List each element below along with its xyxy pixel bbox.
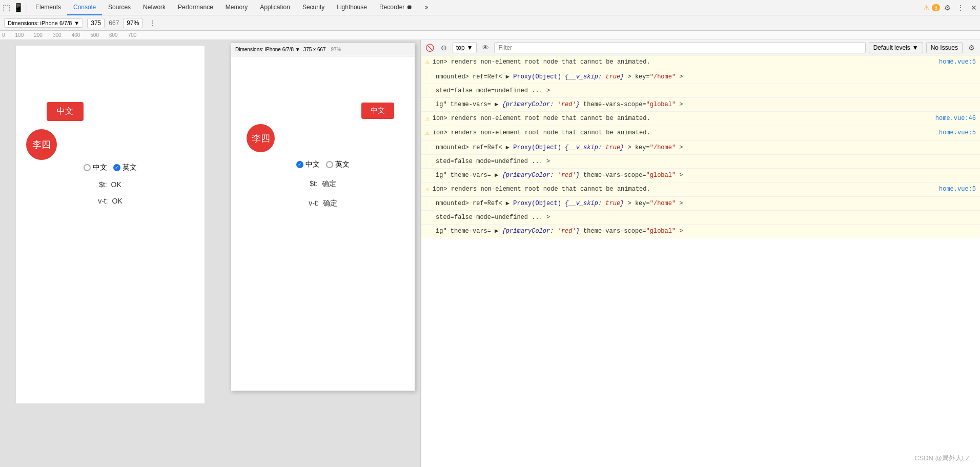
bg-t-line: $t: OK [99, 180, 121, 189]
clear-console-icon[interactable]: 🚫 [424, 42, 435, 53]
console-line-content-5: ion> renders non-element root node that … [433, 114, 931, 123]
filter-input[interactable] [494, 42, 866, 53]
no-issues-button[interactable]: No Issues [926, 42, 963, 53]
bg-radio-group: 中文 英文 [84, 163, 137, 172]
warning-icon-3: ⚠ [425, 128, 430, 138]
overlay-zoom: 97% [331, 47, 341, 52]
device-toggle-icon[interactable]: 📱 [12, 2, 25, 14]
console-link-2a[interactable]: home.vue:46 [935, 114, 976, 123]
zoom-selector[interactable]: 97% [123, 18, 142, 28]
console-line: ig" theme-vars= ▶ {primaryColor: 'red'} … [421, 225, 980, 238]
bg-avatar-container: 李四 [26, 129, 57, 160]
dropdown-arrow: ▼ [74, 20, 79, 26]
default-levels-button[interactable]: Default levels ▼ [869, 42, 923, 53]
settings-icon[interactable]: ⚙ [941, 2, 953, 14]
console-line-content-10: ion> renders non-element root node that … [433, 185, 935, 194]
selector-arrow: ▼ [467, 44, 473, 51]
warning-icon-1: ⚠ [425, 57, 430, 68]
ruler-bar: 0100200300400500600700 [0, 31, 980, 40]
tab-more[interactable]: » [419, 0, 435, 15]
tab-network[interactable]: Network [137, 0, 172, 15]
overlay-radio-chinese[interactable]: 中文 [296, 160, 320, 169]
background-page: 中文 李四 中文 [15, 45, 205, 404]
warning-icon-2: ⚠ [425, 114, 430, 124]
tab-performance[interactable]: Performance [172, 0, 219, 15]
top-label: top [456, 44, 465, 51]
bg-t-value: OK [111, 180, 121, 189]
width-input[interactable]: 375 [87, 18, 105, 28]
console-line: ig" theme-vars= ▶ {primaryColor: 'red'} … [421, 169, 980, 182]
device-name-label: Dimensions: iPhone 6/7/8 [8, 20, 72, 26]
console-link-3[interactable]: home.vue:5 [939, 185, 976, 194]
eye-icon[interactable]: 👁 [480, 42, 491, 53]
top-area-icons: ⚠ 3 ⚙ ⋮ ✕ [923, 2, 980, 14]
dimension-x: 667 [109, 19, 119, 27]
bg-radio-english[interactable]: 英文 [113, 163, 137, 172]
bg-radio-chinese[interactable]: 中文 [84, 163, 107, 172]
overlay-dims: 375 x 667 [303, 47, 326, 52]
console-line: ig" theme-vars= ▶ {primaryColor: 'red'} … [421, 98, 980, 112]
inspect-icon[interactable]: ⬚ [0, 2, 12, 14]
tab-separator [27, 4, 27, 12]
overlay-btn-container: 中文 [361, 103, 394, 119]
filter-icon[interactable]: ⊖ [438, 42, 450, 53]
bg-avatar-text: 李四 [32, 138, 51, 151]
tab-sources[interactable]: Sources [102, 0, 137, 15]
tab-application[interactable]: Application [254, 0, 296, 15]
console-line: nmounted> ref=Ref< ▶ Proxy(Object) {__v_… [421, 70, 980, 84]
close-devtools-icon[interactable]: ✕ [968, 2, 980, 14]
more-device-icon[interactable]: ⋮ [147, 17, 159, 29]
bg-radio-english-circle [113, 164, 120, 171]
console-line: ⚠ ion> renders non-element root node tha… [421, 182, 980, 197]
console-link-2b[interactable]: home.vue:5 [939, 128, 976, 137]
bg-vt-value: OK [112, 197, 122, 205]
console-output: ⚠ ion> renders non-element root node tha… [421, 55, 980, 467]
overlay-chinese-button[interactable]: 中文 [361, 103, 394, 119]
top-context-selector[interactable]: top ▼ [453, 42, 477, 53]
tab-elements[interactable]: Elements [29, 0, 67, 15]
tab-lighthouse[interactable]: Lighthouse [331, 0, 373, 15]
bg-vt-line: v-t: OK [98, 197, 122, 205]
overlay-t-line: $t: 确定 [310, 179, 336, 189]
bg-widgets: 中文 李四 中文 [26, 102, 194, 205]
overlay-vt-line: v-t: 确定 [309, 199, 337, 208]
overlay-t-label: $t: [310, 179, 318, 188]
tab-security[interactable]: Security [296, 0, 331, 15]
console-line-content-4: ig" theme-vars= ▶ {primaryColor: 'red'} … [436, 100, 976, 109]
watermark: CSDN @局外人LZ [914, 454, 970, 463]
console-line: sted=false mode=undefined ... > [421, 84, 980, 98]
console-line: sted=false mode=undefined ... > [421, 155, 980, 169]
console-line: ⚠ ion> renders non-element root node tha… [421, 55, 980, 70]
console-line: sted=false mode=undefined ... > [421, 211, 980, 225]
console-settings-icon[interactable]: ⚙ [966, 42, 977, 53]
bg-page-content: 中文 李四 中文 [16, 46, 205, 220]
overlay-radio-english[interactable]: 英文 [326, 160, 350, 169]
more-vert-icon[interactable]: ⋮ [954, 2, 967, 14]
main-area: 中文 李四 中文 [0, 40, 980, 467]
tab-console[interactable]: Console [67, 0, 102, 15]
overlay-page: Dimensions: iPhone 6/7/8 ▼ 375 x 667 97%… [231, 43, 415, 391]
warning-badge[interactable]: 3 [932, 4, 940, 11]
bg-chinese-button[interactable]: 中文 [47, 102, 84, 121]
device-selector[interactable]: Dimensions: iPhone 6/7/8 ▼ [4, 18, 83, 28]
console-line-content-1: ion> renders non-element root node that … [433, 57, 935, 67]
bg-vt-label: v-t: [98, 197, 108, 205]
overlay-device-bar: Dimensions: iPhone 6/7/8 ▼ 375 x 667 97% [231, 43, 415, 56]
overlay-radio-group: 中文 英文 [296, 160, 350, 169]
console-line-content-8: sted=false mode=undefined ... > [436, 157, 976, 166]
overlay-device-name: Dimensions: iPhone 6/7/8 ▼ [235, 47, 300, 52]
tab-recorder[interactable]: Recorder ⏺ [373, 0, 419, 15]
console-line-content-11: nmounted> ref=Ref< ▶ Proxy(Object) {__v_… [436, 199, 976, 208]
tab-memory[interactable]: Memory [219, 0, 254, 15]
console-line-content-3: sted=false mode=undefined ... > [436, 86, 976, 95]
overlay-radio-chinese-circle [296, 161, 303, 168]
overlay-radio-english-label: 英文 [335, 160, 350, 169]
bg-avatar: 李四 [26, 129, 57, 160]
bg-btn-container: 中文 [47, 102, 84, 121]
console-bar: 🚫 ⊖ top ▼ 👁 Default levels ▼ No Issues ⚙ [421, 40, 980, 55]
browser-panel: 中文 李四 中文 [0, 40, 420, 467]
device-toolbar: Dimensions: iPhone 6/7/8 ▼ 375 667 97% ⋮ [0, 15, 980, 31]
console-line: ⚠ ion> renders non-element root node tha… [421, 126, 980, 141]
console-link-1[interactable]: home.vue:5 [939, 57, 976, 67]
bg-radio-chinese-label: 中文 [93, 163, 107, 172]
